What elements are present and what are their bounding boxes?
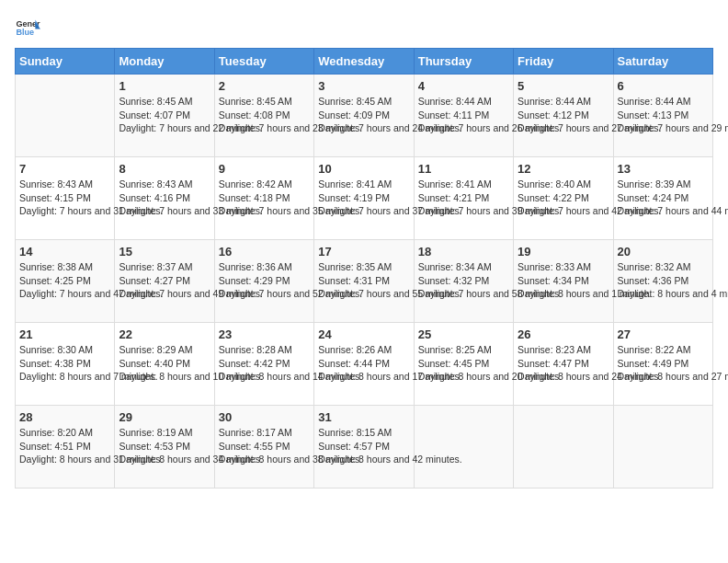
sunrise-text: Sunrise: 8:42 AM xyxy=(219,178,310,191)
cell-info: Sunrise: 8:38 AM Sunset: 4:25 PM Dayligh… xyxy=(19,260,110,301)
cell-info: Sunrise: 8:20 AM Sunset: 4:51 PM Dayligh… xyxy=(19,426,110,466)
sunset-text: Sunset: 4:27 PM xyxy=(119,274,210,288)
sunrise-text: Sunrise: 8:25 AM xyxy=(418,343,509,357)
daylight-text: Daylight: 7 hours and 47 minutes. xyxy=(19,287,110,301)
day-cell: 11 Sunrise: 8:41 AM Sunset: 4:21 PM Dayl… xyxy=(414,157,513,240)
daylight-text: Daylight: 7 hours and 22 minutes. xyxy=(119,121,210,135)
daylight-text: Daylight: 7 hours and 33 minutes. xyxy=(119,204,210,218)
sunrise-text: Sunrise: 8:44 AM xyxy=(618,95,709,109)
day-number: 2 xyxy=(219,79,310,93)
cell-info: Sunrise: 8:34 AM Sunset: 4:32 PM Dayligh… xyxy=(418,260,509,301)
daylight-text: Daylight: 7 hours and 44 minutes. xyxy=(618,204,709,218)
sunrise-text: Sunrise: 8:45 AM xyxy=(219,95,310,109)
sunset-text: Sunset: 4:24 PM xyxy=(618,191,709,205)
sunset-text: Sunset: 4:44 PM xyxy=(318,357,409,371)
week-row-4: 28 Sunrise: 8:20 AM Sunset: 4:51 PM Dayl… xyxy=(16,406,713,488)
daylight-text: Daylight: 8 hours and 27 minutes. xyxy=(618,370,709,384)
day-number: 30 xyxy=(219,410,310,424)
sunrise-text: Sunrise: 8:44 AM xyxy=(418,95,509,109)
daylight-text: Daylight: 8 hours and 38 minutes. xyxy=(219,453,310,466)
day-cell: 31 Sunrise: 8:15 AM Sunset: 4:57 PM Dayl… xyxy=(314,406,414,488)
sunset-text: Sunset: 4:40 PM xyxy=(119,357,210,371)
cell-info: Sunrise: 8:26 AM Sunset: 4:44 PM Dayligh… xyxy=(318,343,409,384)
day-number: 16 xyxy=(219,245,310,259)
sunrise-text: Sunrise: 8:32 AM xyxy=(618,260,709,274)
day-cell: 28 Sunrise: 8:20 AM Sunset: 4:51 PM Dayl… xyxy=(16,406,115,488)
daylight-text: Daylight: 7 hours and 27 minutes. xyxy=(518,121,609,135)
week-row-1: 7 Sunrise: 8:43 AM Sunset: 4:15 PM Dayli… xyxy=(16,157,713,240)
sunrise-text: Sunrise: 8:19 AM xyxy=(119,426,210,440)
sunset-text: Sunset: 4:51 PM xyxy=(19,440,110,454)
day-cell: 16 Sunrise: 8:36 AM Sunset: 4:29 PM Dayl… xyxy=(214,240,313,323)
day-cell: 10 Sunrise: 8:41 AM Sunset: 4:19 PM Dayl… xyxy=(314,157,414,240)
sunrise-text: Sunrise: 8:22 AM xyxy=(618,343,709,357)
day-cell: 3 Sunrise: 8:45 AM Sunset: 4:09 PM Dayli… xyxy=(314,75,414,157)
daylight-text: Daylight: 8 hours and 1 minute. xyxy=(518,287,609,301)
cell-info: Sunrise: 8:41 AM Sunset: 4:19 PM Dayligh… xyxy=(318,178,409,218)
week-row-0: 1 Sunrise: 8:45 AM Sunset: 4:07 PM Dayli… xyxy=(16,75,713,157)
day-number: 11 xyxy=(418,162,509,176)
sunset-text: Sunset: 4:47 PM xyxy=(518,357,609,371)
day-cell: 17 Sunrise: 8:35 AM Sunset: 4:31 PM Dayl… xyxy=(314,240,414,323)
day-cell: 18 Sunrise: 8:34 AM Sunset: 4:32 PM Dayl… xyxy=(414,240,513,323)
sunrise-text: Sunrise: 8:26 AM xyxy=(318,343,409,357)
day-cell: 2 Sunrise: 8:45 AM Sunset: 4:08 PM Dayli… xyxy=(214,75,313,157)
sunrise-text: Sunrise: 8:23 AM xyxy=(518,343,609,357)
sunset-text: Sunset: 4:18 PM xyxy=(219,191,310,205)
sunset-text: Sunset: 4:32 PM xyxy=(418,274,509,288)
sunrise-text: Sunrise: 8:38 AM xyxy=(19,260,110,274)
daylight-text: Daylight: 7 hours and 42 minutes. xyxy=(518,204,609,218)
cell-info: Sunrise: 8:36 AM Sunset: 4:29 PM Dayligh… xyxy=(219,260,310,301)
sunset-text: Sunset: 4:08 PM xyxy=(219,109,310,122)
day-cell: 23 Sunrise: 8:28 AM Sunset: 4:42 PM Dayl… xyxy=(214,323,313,406)
daylight-text: Daylight: 7 hours and 24 minutes. xyxy=(318,121,409,135)
day-cell: 6 Sunrise: 8:44 AM Sunset: 4:13 PM Dayli… xyxy=(613,75,712,157)
sunrise-text: Sunrise: 8:44 AM xyxy=(518,95,609,109)
day-cell: 25 Sunrise: 8:25 AM Sunset: 4:45 PM Dayl… xyxy=(414,323,513,406)
sunset-text: Sunset: 4:11 PM xyxy=(418,109,509,122)
sunrise-text: Sunrise: 8:29 AM xyxy=(119,343,210,357)
day-cell: 20 Sunrise: 8:32 AM Sunset: 4:36 PM Dayl… xyxy=(613,240,712,323)
sunset-text: Sunset: 4:45 PM xyxy=(418,357,509,371)
sunrise-text: Sunrise: 8:43 AM xyxy=(19,178,110,191)
day-number: 21 xyxy=(19,327,110,341)
sunrise-text: Sunrise: 8:43 AM xyxy=(119,178,210,191)
day-cell: 5 Sunrise: 8:44 AM Sunset: 4:12 PM Dayli… xyxy=(514,75,613,157)
cell-info: Sunrise: 8:28 AM Sunset: 4:42 PM Dayligh… xyxy=(219,343,310,384)
day-cell: 27 Sunrise: 8:22 AM Sunset: 4:49 PM Dayl… xyxy=(613,323,712,406)
sunset-text: Sunset: 4:55 PM xyxy=(219,440,310,454)
day-number: 3 xyxy=(318,79,409,93)
daylight-text: Daylight: 7 hours and 23 minutes. xyxy=(219,121,310,135)
sunset-text: Sunset: 4:49 PM xyxy=(618,357,709,371)
day-cell xyxy=(414,406,513,488)
day-number: 7 xyxy=(19,162,110,176)
day-number: 1 xyxy=(119,79,210,93)
header-cell-friday: Friday xyxy=(514,49,613,75)
day-cell xyxy=(613,406,712,488)
cell-info: Sunrise: 8:17 AM Sunset: 4:55 PM Dayligh… xyxy=(219,426,310,466)
day-cell: 8 Sunrise: 8:43 AM Sunset: 4:16 PM Dayli… xyxy=(115,157,214,240)
daylight-text: Daylight: 7 hours and 35 minutes. xyxy=(219,204,310,218)
day-cell: 14 Sunrise: 8:38 AM Sunset: 4:25 PM Dayl… xyxy=(16,240,115,323)
sunrise-text: Sunrise: 8:36 AM xyxy=(219,260,310,274)
day-cell: 7 Sunrise: 8:43 AM Sunset: 4:15 PM Dayli… xyxy=(16,157,115,240)
calendar-table: SundayMondayTuesdayWednesdayThursdayFrid… xyxy=(15,48,713,488)
daylight-text: Daylight: 8 hours and 4 minutes. xyxy=(618,287,709,301)
header: General Blue xyxy=(15,15,713,40)
sunrise-text: Sunrise: 8:20 AM xyxy=(19,426,110,440)
cell-info: Sunrise: 8:22 AM Sunset: 4:49 PM Dayligh… xyxy=(618,343,709,384)
header-cell-monday: Monday xyxy=(115,49,214,75)
header-cell-wednesday: Wednesday xyxy=(314,49,414,75)
sunset-text: Sunset: 4:09 PM xyxy=(318,109,409,122)
day-number: 31 xyxy=(318,410,409,424)
sunrise-text: Sunrise: 8:45 AM xyxy=(318,95,409,109)
cell-info: Sunrise: 8:15 AM Sunset: 4:57 PM Dayligh… xyxy=(318,426,409,466)
day-cell: 29 Sunrise: 8:19 AM Sunset: 4:53 PM Dayl… xyxy=(115,406,214,488)
sunrise-text: Sunrise: 8:34 AM xyxy=(418,260,509,274)
daylight-text: Daylight: 8 hours and 42 minutes. xyxy=(318,453,409,466)
logo-icon: General Blue xyxy=(15,15,40,40)
daylight-text: Daylight: 8 hours and 10 minutes. xyxy=(119,370,210,384)
daylight-text: Daylight: 7 hours and 26 minutes. xyxy=(418,121,509,135)
logo: General Blue xyxy=(15,15,40,40)
cell-info: Sunrise: 8:25 AM Sunset: 4:45 PM Dayligh… xyxy=(418,343,509,384)
